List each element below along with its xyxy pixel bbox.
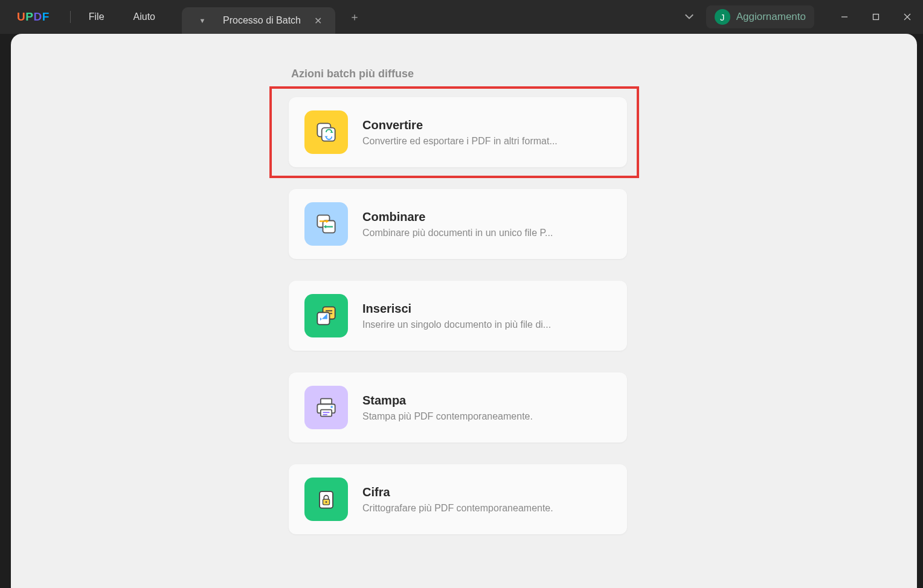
titlebar: UPDF File Aiuto ▼ Processo di Batch ✕ ＋ … [0, 0, 923, 34]
avatar: J [715, 9, 730, 25]
encrypt-icon [304, 478, 348, 521]
menu-help[interactable]: Aiuto [119, 11, 170, 22]
insert-icon [304, 294, 348, 337]
tab-dropdown-icon[interactable]: ▼ [193, 17, 212, 24]
content-area: Azioni batch più diffuse [11, 34, 917, 588]
minimize-button[interactable] [829, 0, 860, 34]
card-desc: Stampa più PDF contemporaneamente. [362, 411, 611, 422]
menu-file[interactable]: File [74, 11, 119, 22]
card-desc: Inserire un singolo documento in più fil… [362, 319, 611, 330]
tabs-overflow-button[interactable] [672, 12, 706, 22]
card-desc: Convertire ed esportare i PDF in altri f… [362, 136, 611, 147]
convert-icon [304, 110, 348, 154]
card-text: Combinare Combinare più documenti in un … [362, 210, 611, 238]
card-desc: Combinare più documenti in un unico file… [362, 228, 611, 238]
card-print[interactable]: Stampa Stampa più PDF contemporaneamente… [289, 372, 627, 443]
app-logo[interactable]: UPDF [0, 10, 66, 24]
card-encrypt[interactable]: Cifra Crittografare più PDF contemporane… [289, 464, 627, 534]
card-text: Cifra Crittografare più PDF contemporane… [362, 485, 611, 514]
tab-close-icon[interactable]: ✕ [312, 15, 324, 27]
card-text: Inserisci Inserire un singolo documento … [362, 302, 611, 330]
divider [70, 11, 71, 23]
tab-add-button[interactable]: ＋ [343, 10, 367, 24]
content-scroll[interactable]: Azioni batch più diffuse [11, 34, 917, 588]
user-label: Aggiornamento [736, 11, 806, 23]
app-window: UPDF File Aiuto ▼ Processo di Batch ✕ ＋ … [0, 0, 923, 588]
card-title: Cifra [362, 485, 611, 499]
print-icon [304, 386, 348, 429]
combine-icon [304, 202, 348, 246]
maximize-button[interactable] [860, 0, 892, 34]
svg-rect-22 [321, 410, 332, 417]
svg-point-28 [326, 501, 327, 503]
card-title: Combinare [362, 210, 611, 224]
tabbar: ▼ Processo di Batch ✕ ＋ [182, 0, 367, 34]
tab-title: Processo di Batch [223, 15, 301, 26]
svg-point-23 [330, 406, 333, 408]
card-title: Inserisci [362, 302, 611, 316]
svg-rect-1 [873, 14, 879, 20]
cards-list: Convertire Convertire ed esportare i PDF… [289, 97, 627, 534]
logo-text: UPDF [17, 10, 50, 24]
tab-batch-process[interactable]: ▼ Processo di Batch ✕ [182, 7, 335, 34]
section-heading: Azioni batch più diffuse [289, 68, 627, 80]
card-desc: Crittografare più PDF contemporaneamente… [362, 503, 611, 514]
card-insert[interactable]: Inserisci Inserire un singolo documento … [289, 281, 627, 351]
card-convert[interactable]: Convertire Convertire ed esportare i PDF… [289, 97, 627, 167]
card-text: Convertire Convertire ed esportare i PDF… [362, 118, 611, 147]
batch-actions-section: Azioni batch più diffuse [289, 68, 627, 534]
card-title: Convertire [362, 118, 611, 132]
close-button[interactable] [892, 0, 923, 34]
svg-rect-20 [321, 398, 332, 404]
user-badge[interactable]: J Aggiornamento [706, 5, 814, 28]
card-text: Stampa Stampa più PDF contemporaneamente… [362, 394, 611, 422]
window-controls [829, 0, 923, 34]
card-title: Stampa [362, 394, 611, 407]
card-combine[interactable]: Combinare Combinare più documenti in un … [289, 189, 627, 259]
